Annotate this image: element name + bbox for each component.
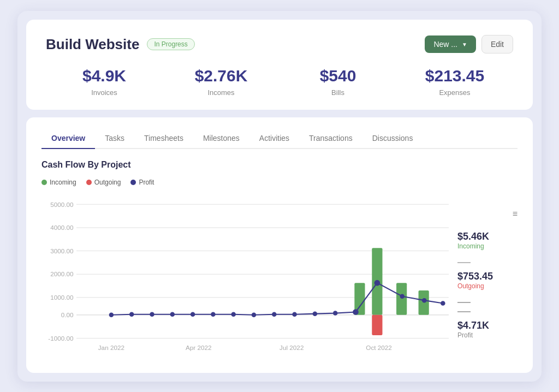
sidebar-profit-value: $4.71K	[457, 320, 518, 331]
chart-wrap: 5000.00 4000.00 3000.00 2000.00 1000.00 …	[41, 193, 449, 358]
metrics-row: $4.9K Invoices$2.76K Incomes$540 Bills$2…	[46, 67, 513, 97]
metric-value: $2.76K	[163, 67, 280, 85]
tab-overview[interactable]: Overview	[41, 128, 95, 149]
svg-point-34	[333, 311, 338, 316]
metric-item: $540 Bills	[280, 67, 396, 97]
sidebar-outgoing-value: $753.45	[457, 271, 518, 282]
section-title: Cash Flow By Project	[41, 160, 518, 170]
sidebar-incoming-value: $5.46K	[457, 231, 518, 242]
metric-label: Bills	[280, 88, 396, 97]
svg-point-35	[353, 309, 359, 315]
svg-rect-20	[372, 315, 382, 335]
metric-value: $540	[280, 67, 396, 85]
legend-incoming: Incoming	[41, 179, 76, 186]
bottom-card: OverviewTasksTimesheetsMilestonesActivit…	[26, 117, 533, 373]
tab-tasks[interactable]: Tasks	[95, 128, 134, 149]
status-badge: In Progress	[147, 38, 194, 50]
svg-point-32	[292, 312, 297, 317]
tab-milestones[interactable]: Milestones	[193, 128, 249, 149]
tab-transactions[interactable]: Transactions	[299, 128, 362, 149]
sidebar-profit-label: Profit	[457, 331, 518, 339]
svg-point-38	[422, 298, 427, 303]
svg-point-25	[150, 312, 154, 317]
chart-container: Incoming Outgoing Profit 5000.00	[41, 179, 518, 358]
divider-line-1	[457, 262, 471, 263]
legend-profit: Profit	[130, 179, 154, 186]
tab-activities[interactable]: Activities	[249, 128, 299, 149]
outer-container: Build Website In Progress New ... ▼ Edit…	[17, 11, 542, 382]
top-card: Build Website In Progress New ... ▼ Edit…	[26, 20, 533, 110]
svg-text:0.00: 0.00	[61, 311, 74, 318]
legend-outgoing: Outgoing	[86, 179, 121, 186]
svg-point-29	[231, 312, 236, 317]
svg-point-33	[313, 311, 318, 316]
double-divider	[457, 299, 518, 316]
svg-text:4000.00: 4000.00	[50, 224, 74, 231]
chart-sidebar: ≡ $5.46K Incoming $753.45 Outgoing $4.71…	[457, 179, 518, 358]
svg-text:5000.00: 5000.00	[50, 201, 74, 208]
svg-rect-22	[419, 290, 429, 315]
metric-value: $4.9K	[46, 67, 163, 85]
legend-label-profit: Profit	[139, 179, 154, 186]
sidebar-profit-stat: $4.71K Profit	[457, 320, 518, 339]
legend-dot-incoming	[41, 180, 47, 185]
top-card-header: Build Website In Progress New ... ▼ Edit	[46, 35, 513, 54]
svg-text:Jan 2022: Jan 2022	[98, 344, 124, 351]
svg-text:Jul 2022: Jul 2022	[280, 344, 304, 351]
tab-discussions[interactable]: Discussions	[362, 128, 423, 149]
page-title: Build Website	[46, 36, 139, 53]
svg-text:1000.00: 1000.00	[50, 294, 74, 301]
chevron-down-icon: ▼	[462, 41, 467, 47]
metric-label: Invoices	[46, 88, 163, 97]
svg-text:Apr 2022: Apr 2022	[186, 344, 212, 351]
sidebar-incoming-label: Incoming	[457, 242, 518, 250]
svg-point-27	[191, 312, 195, 317]
metric-label: Expenses	[396, 88, 513, 97]
metric-item: $2.76K Incomes	[163, 67, 280, 97]
chart-main: Incoming Outgoing Profit 5000.00	[41, 179, 449, 358]
svg-text:3000.00: 3000.00	[50, 247, 74, 254]
svg-point-31	[272, 312, 277, 317]
chart-legend: Incoming Outgoing Profit	[41, 179, 449, 186]
header-actions: New ... ▼ Edit	[425, 35, 513, 54]
tab-timesheets[interactable]: Timesheets	[134, 128, 193, 149]
svg-point-28	[211, 312, 216, 317]
svg-text:Oct 2022: Oct 2022	[366, 344, 392, 351]
legend-dot-outgoing	[86, 180, 92, 185]
metric-value: $213.45	[396, 67, 513, 85]
sidebar-incoming-stat: $5.46K Incoming	[457, 231, 518, 250]
chart-svg: 5000.00 4000.00 3000.00 2000.00 1000.00 …	[41, 193, 449, 355]
metric-item: $213.45 Expenses	[396, 67, 513, 97]
menu-icon[interactable]: ≡	[457, 209, 518, 219]
svg-point-24	[129, 312, 134, 317]
metric-item: $4.9K Invoices	[46, 67, 163, 97]
svg-point-26	[170, 312, 175, 317]
svg-point-30	[252, 313, 257, 318]
new-button[interactable]: New ... ▼	[425, 35, 475, 53]
legend-label-incoming: Incoming	[50, 179, 76, 186]
edit-button[interactable]: Edit	[481, 35, 513, 54]
svg-text:-1000.00: -1000.00	[48, 335, 74, 342]
tabs-row: OverviewTasksTimesheetsMilestonesActivit…	[41, 128, 518, 149]
title-row: Build Website In Progress	[46, 36, 195, 53]
legend-dot-profit	[130, 180, 136, 185]
metric-label: Incomes	[163, 88, 280, 97]
svg-point-37	[400, 294, 405, 299]
svg-point-36	[374, 280, 380, 286]
legend-label-outgoing: Outgoing	[94, 179, 121, 186]
svg-point-39	[441, 301, 445, 306]
sidebar-outgoing-label: Outgoing	[457, 282, 518, 290]
svg-rect-21	[396, 283, 407, 315]
svg-text:2000.00: 2000.00	[50, 270, 74, 277]
sidebar-outgoing-stat: $753.45 Outgoing	[457, 271, 518, 290]
svg-point-23	[109, 313, 114, 318]
